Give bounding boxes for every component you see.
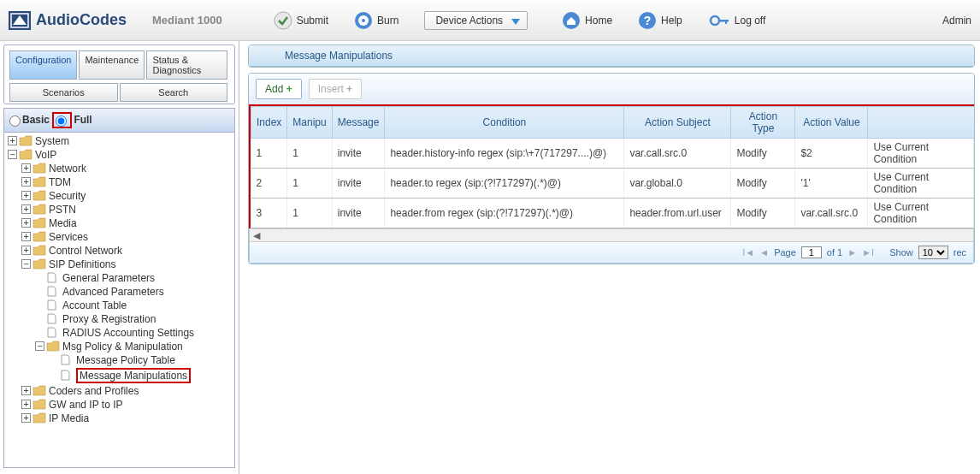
burn-button[interactable]: Burn [354, 11, 398, 30]
full-radio[interactable] [56, 116, 67, 127]
tree-control-network[interactable]: +Control Network [4, 244, 234, 258]
tree-network[interactable]: +Network [4, 162, 234, 175]
pager-first-icon[interactable]: I◄ [742, 247, 754, 258]
col-actiontype[interactable]: Action Type [731, 107, 795, 139]
collapse-icon[interactable]: − [21, 259, 31, 269]
svg-point-5 [362, 19, 365, 22]
tree-tdm[interactable]: +TDM [4, 175, 234, 189]
col-rowrole[interactable] [868, 107, 974, 139]
tree-radius[interactable]: RADIUS Accounting Settings [4, 326, 234, 340]
collapse-icon[interactable]: − [35, 341, 44, 351]
tree-msg-policy[interactable]: −Msg Policy & Manipulation [4, 340, 234, 353]
col-actionvalue[interactable]: Action Value [795, 107, 868, 139]
cell-subject: var.call.src.0 [624, 139, 731, 169]
col-msgtype[interactable]: Message [332, 107, 385, 139]
page-icon [60, 370, 74, 381]
svg-point-9 [711, 16, 719, 25]
cell-msgtype: invite [332, 198, 385, 228]
tree-proxy-registration[interactable]: Proxy & Registration [4, 312, 234, 326]
expand-icon[interactable]: + [21, 232, 31, 241]
tab-configuration[interactable]: Configuration [9, 50, 77, 80]
cell-index: 3 [251, 198, 287, 228]
home-button[interactable]: Home [562, 11, 612, 30]
scroll-left-icon[interactable]: ◀ [250, 230, 263, 241]
page-icon [46, 272, 60, 283]
col-manip[interactable]: Manipu [287, 107, 332, 139]
expand-icon[interactable]: + [21, 413, 31, 423]
tree-general-parameters[interactable]: General Parameters [4, 271, 234, 285]
tree-system[interactable]: +System [4, 134, 234, 148]
page-input[interactable] [801, 246, 822, 258]
tree-pstn[interactable]: +PSTN [4, 203, 234, 216]
burn-label: Burn [377, 15, 398, 27]
page-icon [46, 299, 60, 311]
cell-subject: header.from.url.user [624, 198, 731, 228]
submit-button[interactable]: Submit [274, 11, 328, 30]
table-row[interactable]: 11inviteheader.history-info regex (sip:\… [251, 139, 974, 169]
tree-msg-policy-table[interactable]: Message Policy Table [4, 353, 234, 367]
full-radio-label[interactable] [56, 114, 68, 126]
expand-icon[interactable]: + [21, 191, 31, 200]
collapse-icon[interactable]: − [8, 150, 17, 159]
logoff-label: Log off [735, 15, 765, 27]
main-panel: Message Manipulations Add + Insert + Ind… [248, 44, 980, 270]
nav-tabs: Configuration Maintenance Status & Diagn… [3, 44, 235, 104]
basic-radio-label[interactable]: Basic [9, 114, 50, 126]
folder-icon [32, 231, 46, 242]
tree-ip-media[interactable]: +IP Media [4, 412, 234, 425]
tree-coders[interactable]: +Coders and Profiles [4, 384, 234, 398]
col-index[interactable]: Index [251, 107, 287, 139]
expand-icon[interactable]: + [8, 136, 17, 145]
tree-security[interactable]: +Security [4, 189, 234, 203]
col-subject[interactable]: Action Subject [624, 107, 731, 139]
insert-button: Insert + [309, 79, 362, 99]
basic-radio[interactable] [9, 116, 21, 127]
device-actions-dropdown[interactable]: Device Actions [424, 11, 528, 30]
pager-prev-icon[interactable]: ◄ [759, 247, 769, 258]
help-button[interactable]: ? Help [638, 11, 682, 30]
full-radio-highlight [52, 112, 72, 127]
disc-icon [354, 11, 373, 30]
horizontal-scrollbar[interactable]: ◀ [249, 228, 974, 242]
svg-rect-10 [718, 20, 729, 22]
tab-search[interactable]: Search [120, 83, 228, 102]
tree-media[interactable]: +Media [4, 216, 234, 230]
tree-advanced-parameters[interactable]: Advanced Parameters [4, 285, 234, 299]
expand-icon[interactable]: + [21, 400, 31, 409]
key-icon [708, 11, 730, 30]
expand-icon[interactable]: + [21, 177, 31, 187]
view-mode-bar: Basic Full [3, 108, 235, 132]
expand-icon[interactable]: + [21, 218, 31, 228]
col-condition[interactable]: Condition [385, 107, 624, 139]
pager-last-icon[interactable]: ►I [862, 247, 874, 258]
tab-status[interactable]: Status & Diagnostics [146, 50, 227, 80]
current-user: Admin [942, 15, 971, 27]
plus-icon: + [346, 83, 352, 95]
tree-account-table[interactable]: Account Table [4, 299, 234, 312]
tree-msg-manipulations[interactable]: Message Manipulations [4, 367, 234, 384]
tab-scenarios[interactable]: Scenarios [9, 83, 118, 102]
cell-index: 1 [251, 139, 287, 169]
help-label: Help [661, 15, 682, 27]
tree-gw-ip[interactable]: +GW and IP to IP [4, 398, 234, 412]
add-button[interactable]: Add + [256, 79, 302, 99]
cell-manip: 1 [287, 139, 332, 169]
show-select[interactable]: 10 [918, 246, 948, 259]
folder-icon [19, 135, 32, 146]
cell-actionvalue: $2 [795, 139, 868, 169]
table-row[interactable]: 21inviteheader.to regex (sip:(?!717297)(… [251, 169, 974, 198]
tree-services[interactable]: +Services [4, 230, 234, 244]
folder-icon [32, 399, 46, 410]
logoff-button[interactable]: Log off [708, 11, 765, 30]
expand-icon[interactable]: + [21, 246, 31, 255]
tab-maintenance[interactable]: Maintenance [79, 50, 145, 80]
tree-voip[interactable]: −VoIP [4, 148, 234, 162]
pager-next-icon[interactable]: ► [847, 247, 857, 258]
expand-icon[interactable]: + [21, 163, 31, 173]
table-row[interactable]: 31inviteheader.from regex (sip:(?!717297… [251, 198, 974, 228]
expand-icon[interactable]: + [21, 204, 31, 214]
tree-sip-definitions[interactable]: −SIP Definitions [4, 258, 234, 271]
brand-logo: AudioCodes [9, 11, 127, 30]
expand-icon[interactable]: + [21, 386, 31, 395]
cell-manip: 1 [287, 198, 332, 228]
